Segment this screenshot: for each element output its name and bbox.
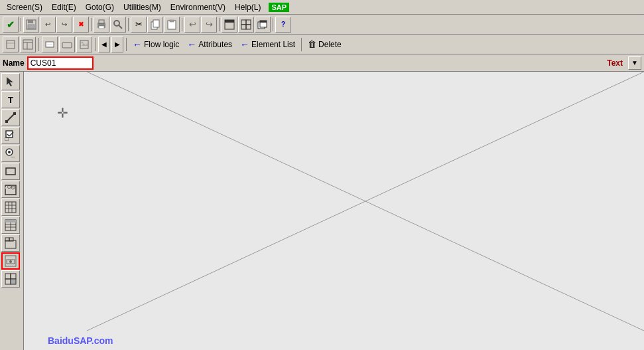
svg-rect-14	[241, 20, 246, 25]
svg-rect-16	[241, 25, 246, 29]
svg-rect-1	[28, 20, 33, 23]
svg-text:─: ─	[11, 155, 15, 159]
canvas-cross-lines	[24, 72, 644, 350]
flow-logic-arrow: ←	[133, 39, 142, 50]
forward-button[interactable]: ↪	[56, 17, 72, 33]
cursor-tool-button[interactable]	[1, 73, 20, 90]
attributes-button[interactable]: ← Attributes	[184, 37, 235, 52]
main-area: T ☐ ─ Grp	[0, 72, 644, 350]
namebar: Name Text ▼	[0, 54, 644, 72]
window-maximize-button[interactable]	[222, 17, 237, 33]
paste-button[interactable]	[164, 17, 180, 33]
sep7	[38, 38, 39, 51]
toolbar2: ◀ ▶ ← Flow logic ← Attributes ← Element …	[0, 35, 644, 54]
design-button[interactable]	[3, 37, 19, 52]
nav-back-button[interactable]: ◀	[98, 37, 110, 52]
svg-point-6	[114, 21, 119, 26]
checkbox-tool-button[interactable]: ☐	[1, 127, 20, 144]
delete-button[interactable]: 🗑 Delete	[304, 37, 345, 52]
tabstrip-tool-button[interactable]	[1, 234, 20, 252]
menu-environment[interactable]: Environment(V)	[166, 1, 229, 13]
pushbutton-button[interactable]	[59, 37, 75, 52]
field-button[interactable]	[42, 37, 58, 52]
other-tool-button[interactable]	[1, 270, 20, 288]
svg-rect-17	[246, 25, 251, 29]
svg-rect-21	[7, 41, 15, 48]
svg-rect-23	[23, 40, 32, 49]
element-list-arrow: ←	[240, 39, 249, 50]
svg-rect-64	[5, 279, 11, 284]
cursor-indicator: ✛	[57, 105, 68, 121]
line-tool-button[interactable]	[1, 109, 20, 126]
radio-tool-button[interactable]: ─	[1, 145, 20, 162]
save-button[interactable]	[23, 17, 39, 33]
element-list-button[interactable]: ← Element List	[237, 37, 298, 52]
find-button[interactable]	[110, 17, 126, 33]
svg-rect-52	[5, 220, 16, 222]
cut-button[interactable]: ✂	[131, 17, 147, 33]
svg-text:Grp: Grp	[7, 185, 15, 190]
svg-rect-28	[62, 43, 72, 48]
groupbox-tool-button[interactable]: Grp	[1, 181, 20, 198]
svg-rect-62	[5, 274, 11, 279]
svg-rect-46	[5, 202, 16, 213]
text-label: Text	[607, 58, 623, 68]
menubar: Screen(S) Edit(E) Goto(G) Utilities(M) E…	[0, 0, 644, 15]
menu-goto[interactable]: Goto(G)	[82, 1, 118, 13]
back-button[interactable]: ↩	[40, 17, 56, 33]
svg-rect-34	[13, 112, 16, 115]
flow-logic-button[interactable]: ← Flow logic	[129, 37, 182, 52]
text-tool-button[interactable]: T	[1, 91, 20, 108]
stop-button[interactable]: ✖	[73, 17, 89, 33]
svg-line-7	[119, 25, 122, 29]
svg-point-30	[82, 41, 84, 43]
svg-text:☐: ☐	[5, 137, 9, 141]
menu-utilities[interactable]: Utilities(M)	[119, 1, 165, 13]
toolbar1: ✔ ↩ ↪ ✖ ✂ ↩ ↪ ?	[0, 15, 644, 35]
rectangle-tool-button[interactable]	[1, 163, 20, 180]
menu-edit[interactable]: Edit(E)	[48, 1, 80, 13]
menu-help[interactable]: Help(L)	[231, 1, 265, 13]
svg-rect-15	[246, 20, 251, 25]
svg-point-40	[8, 151, 11, 153]
svg-rect-33	[5, 120, 8, 123]
svg-marker-31	[7, 77, 13, 86]
sep1	[21, 18, 21, 31]
svg-rect-20	[260, 21, 267, 23]
copy-button[interactable]	[147, 17, 163, 33]
flow-logic-label: Flow logic	[144, 40, 179, 49]
svg-rect-65	[11, 279, 16, 284]
sep4	[182, 18, 182, 31]
sep8	[95, 38, 96, 51]
grid-tool-button[interactable]	[1, 199, 20, 216]
window-tile-button[interactable]	[238, 17, 254, 33]
svg-rect-11	[170, 20, 174, 22]
svg-rect-9	[153, 20, 159, 27]
delete-icon: 🗑	[308, 39, 316, 49]
canvas-area[interactable]: ✛ BaiduSAP.com	[24, 72, 644, 350]
name-expand-button[interactable]: ▼	[628, 56, 641, 70]
help-button[interactable]: ?	[275, 17, 291, 33]
attributes-arrow: ←	[187, 39, 196, 50]
icon-button[interactable]	[76, 37, 92, 52]
sep2	[91, 18, 92, 31]
window-cascade-button[interactable]	[255, 17, 271, 33]
nav-forward-button[interactable]: ▶	[111, 37, 123, 52]
element-list-label: Element List	[251, 40, 295, 49]
svg-point-61	[9, 260, 12, 263]
svg-rect-13	[225, 20, 234, 23]
sep5	[219, 18, 220, 31]
layout-button[interactable]	[20, 37, 36, 52]
custom-control-button[interactable]	[1, 252, 20, 270]
svg-rect-42	[6, 168, 15, 175]
undo-button[interactable]: ↩	[184, 17, 200, 33]
print-button[interactable]	[94, 17, 109, 33]
redo-button[interactable]: ↪	[201, 17, 217, 33]
name-input[interactable]	[27, 56, 94, 70]
menu-screen[interactable]: Screen(S)	[3, 1, 46, 13]
table-tool-button[interactable]	[1, 217, 20, 234]
watermark: BaiduSAP.com	[48, 335, 113, 346]
svg-rect-2	[28, 25, 34, 29]
sep6	[273, 18, 273, 31]
checkmark-button[interactable]: ✔	[3, 17, 19, 33]
